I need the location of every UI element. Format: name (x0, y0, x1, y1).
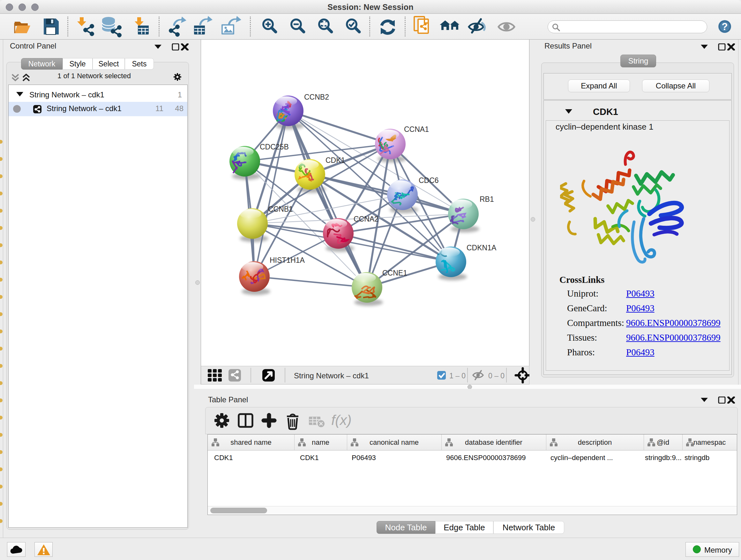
svg-text:CCNB1: CCNB1 (268, 205, 293, 213)
svg-text:f(x): f(x) (331, 412, 352, 428)
svg-text:CCNE1: CCNE1 (382, 269, 407, 277)
svg-text:CDC25B: CDC25B (260, 143, 289, 151)
svg-text:CCNA2: CCNA2 (354, 215, 379, 223)
svg-text:CDC6: CDC6 (419, 176, 439, 185)
svg-text:CCNA1: CCNA1 (404, 125, 429, 133)
svg-text:CCNB2: CCNB2 (304, 93, 329, 101)
svg-text:CDKN1A: CDKN1A (467, 244, 496, 252)
svg-text:CDK1: CDK1 (326, 156, 345, 165)
svg-text:?: ? (722, 21, 728, 32)
svg-text:HIST1H1A: HIST1H1A (270, 256, 305, 264)
svg-text:RB1: RB1 (480, 195, 494, 203)
